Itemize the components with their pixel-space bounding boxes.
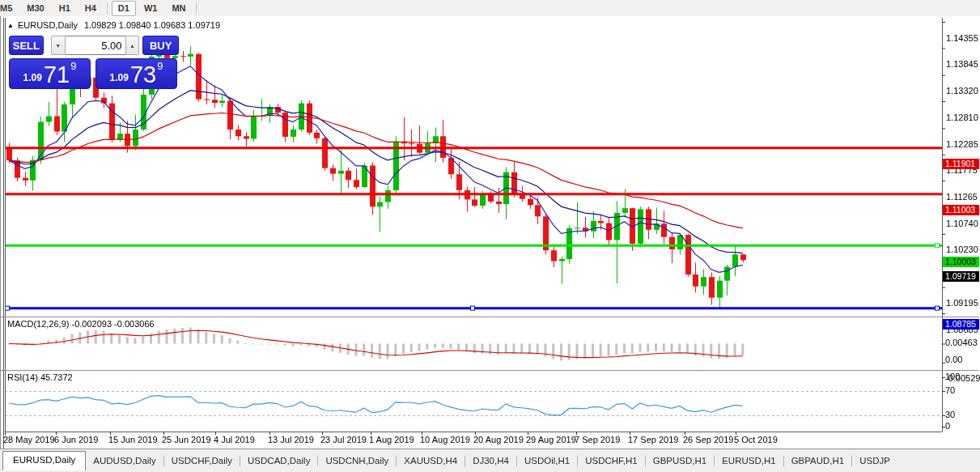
timeframe-m5[interactable]: M5	[0, 1, 19, 16]
timeframe-w1[interactable]: W1	[138, 1, 164, 16]
tab-xauusd-h4[interactable]: XAUUSD,H4	[397, 453, 465, 470]
sell-button[interactable]: SELL	[9, 36, 44, 55]
timeframe-mn[interactable]: MN	[165, 1, 192, 16]
buy-button[interactable]: BUY	[142, 36, 179, 55]
chevron-up-icon: ▲	[129, 43, 135, 49]
toolbar-separator	[107, 2, 108, 14]
tab-gbpaud-h1[interactable]: GBPAUD,H1	[784, 453, 852, 470]
tab-eurusd-daily[interactable]: EURUSD,Daily	[2, 451, 86, 470]
sell-price-prefix: 1.09	[23, 72, 42, 83]
volume-input[interactable]	[66, 36, 125, 55]
mt4-terminal: { "toolbar":{ "timeframes":["M5","M30","…	[0, 0, 980, 472]
tab-usdchf-daily[interactable]: USDCHF,Daily	[164, 453, 240, 470]
chart-window: ▲ EURUSD,Daily 1.09829 1.09840 1.09683 1…	[0, 16, 980, 472]
volume-decrease-button[interactable]: ▼	[51, 36, 66, 55]
sell-price-pip: 9	[70, 60, 76, 72]
tab-usdoil-h1[interactable]: USDOil,H1	[517, 453, 577, 470]
toolbar-separator	[196, 2, 197, 14]
tab-usdchf-h1[interactable]: USDCHF,H1	[578, 453, 645, 470]
tab-audusd-daily[interactable]: AUDUSD,Daily	[86, 453, 163, 470]
sell-price-big: 71	[44, 63, 70, 87]
tab-usdcad-daily[interactable]: USDCAD,Daily	[240, 453, 317, 470]
tab-gbpusd-h1[interactable]: GBPUSD,H1	[646, 453, 714, 470]
timeframe-d1[interactable]: D1	[112, 1, 136, 16]
timeframe-m30[interactable]: M30	[20, 1, 50, 16]
tab-usdcnh-daily[interactable]: USDCNH,Daily	[318, 453, 396, 470]
timeframe-toolbar: M5M30H1H4D1W1MN	[0, 0, 980, 17]
buy-price-pip: 9	[157, 60, 163, 72]
tab-usdjp[interactable]: USDJP	[852, 453, 897, 470]
one-click-trading-widget: SELL ▼ ▲ BUY 1.09 71 9 1.09 73 9	[9, 36, 179, 89]
sell-price-panel[interactable]: 1.09 71 9	[9, 58, 91, 89]
chevron-down-icon: ▼	[55, 43, 61, 49]
tab-dj30-h4[interactable]: DJ30,H4	[465, 453, 516, 470]
timeframe-buttons: M5M30H1H4D1W1MN	[0, 0, 200, 16]
buy-price-panel[interactable]: 1.09 73 9	[95, 58, 177, 89]
tab-eurusd-h1[interactable]: EURUSD,H1	[715, 453, 783, 470]
volume-increase-button[interactable]: ▲	[125, 36, 140, 55]
chart-tab-bar: EURUSD,DailyAUDUSD,DailyUSDCHF,DailyUSDC…	[0, 449, 980, 472]
buy-price-prefix: 1.09	[110, 72, 129, 83]
chart-tabs: EURUSD,DailyAUDUSD,DailyUSDCHF,DailyUSDC…	[0, 451, 945, 470]
buy-price-big: 73	[130, 63, 156, 87]
timeframe-h4[interactable]: H4	[78, 1, 103, 16]
timeframe-h1[interactable]: H1	[53, 1, 77, 16]
